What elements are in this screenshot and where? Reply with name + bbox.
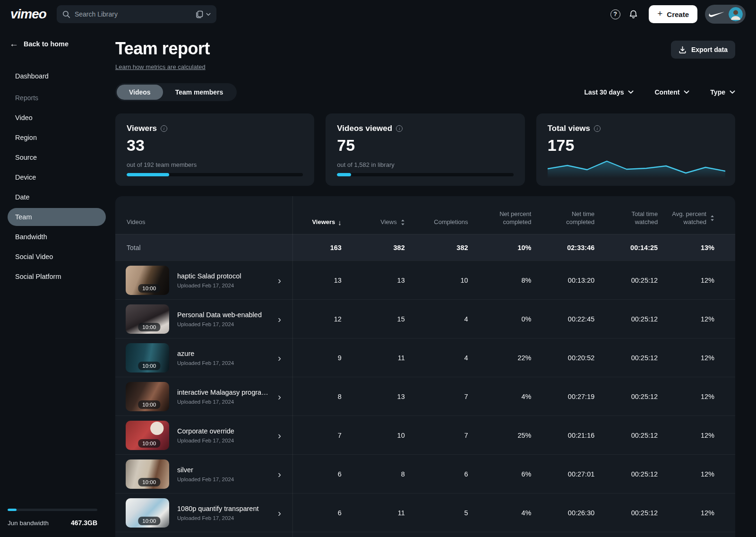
cell-net-time-completed: 00:22:45: [545, 315, 609, 323]
column-header-avg-percent-watched[interactable]: Avg. percent watched: [672, 210, 735, 226]
sidebar-item-date[interactable]: Date: [8, 188, 106, 206]
search-bar[interactable]: [57, 5, 216, 23]
search-icon: [62, 10, 70, 18]
account-menu[interactable]: [705, 5, 746, 24]
sidebar-item-source[interactable]: Source: [8, 148, 106, 166]
filter-last-30-days[interactable]: Last 30 days: [584, 88, 634, 96]
video-thumbnail[interactable]: 10:00: [126, 382, 169, 411]
table-row[interactable]: 10:00azureUploaded Feb 17, 2024›911422%0…: [115, 338, 735, 377]
cell-completions: 7: [419, 432, 482, 439]
export-data-button[interactable]: Export data: [671, 41, 735, 59]
back-to-home-link[interactable]: ← Back to home: [8, 39, 106, 49]
cell-net-time-completed: 00:13:20: [545, 277, 609, 284]
card-title: Videos viewed: [337, 124, 392, 133]
notifications-bell-icon[interactable]: [624, 5, 642, 23]
video-upload-date: Uploaded Feb 17, 2024: [177, 399, 270, 405]
info-icon[interactable]: i: [161, 125, 167, 132]
sidebar-item-social-video[interactable]: Social Video: [8, 248, 106, 266]
column-header-label: Total time watched: [609, 210, 658, 226]
cell-total-time-watched: 00:25:12: [609, 432, 672, 439]
page-title: Team report: [115, 39, 210, 59]
search-input[interactable]: [75, 10, 191, 18]
video-thumbnail[interactable]: 10:00: [126, 304, 169, 334]
video-duration-badge: 10:00: [138, 400, 160, 409]
column-header-net-time-completed[interactable]: Net time completed: [545, 210, 609, 226]
column-header-viewers[interactable]: Viewers↓: [292, 218, 356, 226]
sidebar: ← Back to home DashboardReportsVideoRegi…: [0, 28, 113, 537]
column-header-completions[interactable]: Completions: [419, 218, 482, 226]
cell-completions: 7: [419, 393, 482, 400]
column-header-videos[interactable]: Videos: [115, 218, 292, 226]
create-button[interactable]: + Create: [649, 5, 697, 23]
table-row[interactable]: 10:00Corporate overrideUploaded Feb 17, …: [115, 416, 735, 454]
column-header-label: Avg. percent watched: [672, 210, 706, 226]
card-value: 33: [127, 136, 303, 155]
filter-label: Content: [654, 88, 679, 96]
cell-avg-percent-watched: 12%: [672, 315, 735, 323]
table-header-row: VideosViewers↓ViewsCompletionsNet percen…: [115, 196, 735, 234]
sidebar-item-video[interactable]: Video: [8, 109, 106, 127]
total-total-time-watched: 00:14:25: [609, 244, 672, 251]
video-thumbnail[interactable]: 10:00: [126, 421, 169, 450]
tab-videos[interactable]: Videos: [117, 85, 163, 100]
table-row[interactable]: 10:001080p quantify transparentUploaded …: [115, 493, 735, 532]
video-thumbnail[interactable]: 10:00: [126, 266, 169, 295]
total-avg-percent-watched: 13%: [672, 244, 735, 251]
sidebar-item-region[interactable]: Region: [8, 129, 106, 147]
sidebar-item-team[interactable]: Team: [8, 208, 106, 226]
vimeo-logo[interactable]: vimeo: [7, 7, 50, 22]
cell-net-percent-completed: 22%: [482, 354, 546, 362]
stat-card-videos-viewed: Videos viewedi75out of 1,582 in library: [326, 113, 524, 186]
filter-label: Last 30 days: [584, 88, 624, 96]
sidebar-item-bandwidth[interactable]: Bandwidth: [8, 228, 106, 246]
export-data-label: Export data: [691, 46, 728, 53]
sidebar-item-social-platform[interactable]: Social Platform: [8, 268, 106, 286]
filter-content[interactable]: Content: [654, 88, 689, 96]
info-icon[interactable]: i: [594, 125, 601, 132]
cell-views: 15: [356, 315, 419, 323]
column-header-total-time-watched[interactable]: Total time watched: [609, 210, 672, 226]
table-row[interactable]: 10:00silverUploaded Feb 17, 2024›6866%00…: [115, 454, 735, 493]
column-header-label: Net percent completed: [482, 210, 532, 226]
column-header-net-percent-completed[interactable]: Net percent completed: [482, 210, 546, 226]
video-meta: haptic Salad protocolUploaded Feb 17, 20…: [177, 272, 241, 288]
table-row[interactable]: 10:00Personal Data web-enabledUploaded F…: [115, 299, 735, 338]
chevron-down-icon: [730, 90, 735, 94]
filter-type[interactable]: Type: [710, 88, 735, 96]
cell-avg-percent-watched: 12%: [672, 470, 735, 478]
video-title: Personal Data web-enabled: [177, 311, 262, 319]
help-icon[interactable]: ?: [606, 5, 624, 23]
video-thumbnail[interactable]: 10:00: [126, 498, 169, 528]
table-body: 10:00haptic Salad protocolUploaded Feb 1…: [115, 260, 735, 537]
stat-card-viewers: Viewersi33out of 192 team members: [115, 113, 314, 186]
table-row[interactable]: 10:00haptic Salad protocolUploaded Feb 1…: [115, 260, 735, 299]
tab-team-members[interactable]: Team members: [163, 85, 236, 100]
cell-total-time-watched: 00:25:12: [609, 509, 672, 517]
cell-total-time-watched: 00:25:12: [609, 470, 672, 478]
video-duration-badge: 10:00: [138, 323, 160, 331]
total-completions: 382: [419, 244, 482, 251]
video-cell: 10:00azureUploaded Feb 17, 2024›: [115, 343, 292, 372]
column-header-views[interactable]: Views: [356, 218, 419, 226]
video-thumbnail[interactable]: 10:00: [126, 459, 169, 489]
video-cell: 10:00haptic Salad protocolUploaded Feb 1…: [115, 266, 292, 295]
video-thumbnail[interactable]: 10:00: [126, 343, 169, 372]
table-total-row: Total16338238210%02:33:4600:14:2513%: [115, 234, 735, 260]
sidebar-item-device[interactable]: Device: [8, 168, 106, 186]
library-scope-icon[interactable]: [196, 10, 211, 18]
cell-viewers: 13: [292, 277, 356, 284]
cell-viewers: 7: [292, 432, 356, 439]
video-title: Corporate override: [177, 427, 234, 435]
sidebar-item-dashboard[interactable]: Dashboard: [8, 67, 106, 85]
cell-completions: 4: [419, 354, 482, 362]
cell-viewers: 9: [292, 354, 356, 362]
user-avatar[interactable]: [729, 7, 743, 21]
info-icon[interactable]: i: [396, 125, 403, 132]
video-cell: 10:001080p quantify transparentUploaded …: [115, 498, 292, 528]
cell-viewers: 6: [292, 509, 356, 517]
stat-cards-row: Viewersi33out of 192 team membersVideos …: [115, 113, 735, 186]
video-duration-badge: 10:00: [138, 362, 160, 370]
table-row[interactable]: 10:00interactive Malagasy programmi...Up…: [115, 377, 735, 416]
cell-avg-percent-watched: 12%: [672, 277, 735, 284]
metrics-help-link[interactable]: Learn how metrics are calculated: [115, 63, 206, 70]
